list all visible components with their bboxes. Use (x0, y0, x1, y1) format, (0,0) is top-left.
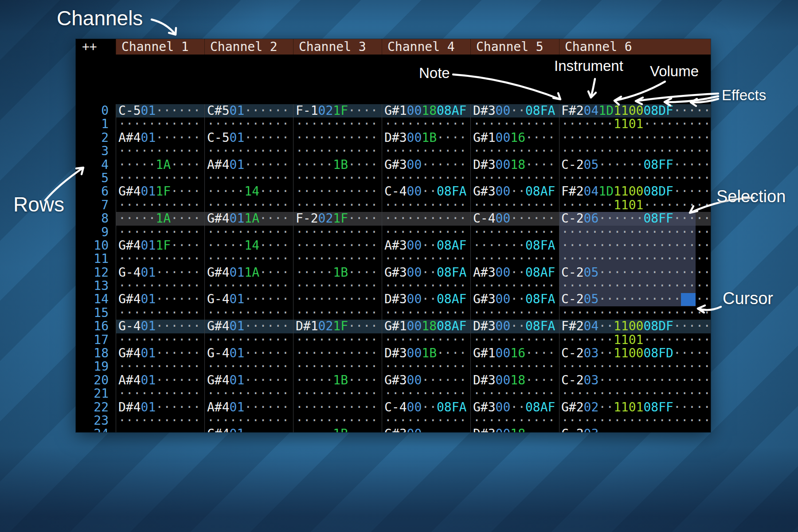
cell-r7-ch2[interactable]: ··········· (204, 199, 293, 212)
row-number-10[interactable]: 10 (76, 239, 116, 252)
channel-header-3[interactable]: Channel 3 (293, 39, 382, 55)
channel-header-1[interactable]: Channel 1 (116, 39, 204, 55)
cell-r15-ch2[interactable]: ··········· (204, 306, 293, 320)
row-number-20[interactable]: 20 (76, 374, 116, 387)
cell-r19-ch4[interactable]: ··········· (382, 360, 470, 373)
channel-header-6[interactable]: Channel 6 (559, 39, 711, 55)
cell-r18-ch5[interactable]: G#10016···· (470, 347, 559, 360)
cell-r10-ch4[interactable]: A#300··08AF (382, 239, 470, 252)
cell-r13-ch4[interactable]: ··········· (382, 279, 470, 293)
cell-r20-ch3[interactable]: ·····1B···· (293, 374, 382, 387)
cell-r13-ch2[interactable]: ··········· (204, 279, 293, 293)
cell-r14-ch5[interactable]: G#300··08FA (470, 293, 559, 306)
channel-header-5[interactable]: Channel 5 (470, 39, 559, 55)
cell-r17-ch1[interactable]: ··········· (116, 333, 204, 347)
row-number-14[interactable]: 14 (76, 293, 116, 306)
cell-r3-ch3[interactable]: ··········· (293, 145, 382, 158)
cell-r2-ch5[interactable]: G#10016···· (470, 131, 559, 145)
row-number-16[interactable]: 16 (76, 320, 116, 333)
cell-r15-ch1[interactable]: ··········· (116, 306, 204, 320)
cell-r21-ch2[interactable]: ··········· (204, 387, 293, 400)
cell-r17-ch5[interactable]: ··········· (470, 333, 559, 347)
cell-r23-ch3[interactable]: ··········· (293, 414, 382, 427)
cell-r22-ch6[interactable]: G#202··110108FF····· (559, 401, 711, 414)
cell-r12-ch3[interactable]: ·····1B···· (293, 266, 382, 279)
row-number-24[interactable]: 24 (76, 427, 116, 432)
cell-r1-ch2[interactable]: ··········· (204, 117, 293, 131)
cell-r2-ch3[interactable]: ··········· (293, 131, 382, 145)
cell-r7-ch6[interactable]: ·······1101········· (559, 199, 711, 212)
cell-r6-ch4[interactable]: C-400··08FA (382, 185, 470, 198)
cell-r14-ch2[interactable]: G-401······ (204, 293, 293, 306)
cell-r12-ch2[interactable]: G#4011A···· (204, 266, 293, 279)
cell-r6-ch6[interactable]: F#2041D110008DF····· (559, 185, 711, 198)
cell-r13-ch1[interactable]: ··········· (116, 279, 204, 293)
cell-r14-ch3[interactable]: ··········· (293, 293, 382, 306)
cell-r3-ch1[interactable]: ··········· (116, 145, 204, 158)
cell-r9-ch6[interactable]: ···················· (559, 226, 711, 239)
cell-r16-ch6[interactable]: F#204··110008DF····· (559, 320, 711, 333)
cell-r6-ch3[interactable]: ··········· (293, 185, 382, 198)
cell-r8-ch4[interactable]: ··········· (382, 212, 470, 225)
cell-r8-ch3[interactable]: F-2021F···· (293, 212, 382, 225)
cell-r23-ch4[interactable]: ··········· (382, 414, 470, 427)
cursor[interactable] (681, 293, 696, 305)
cell-r8-ch6[interactable]: C-206······08FF····· (559, 212, 711, 225)
cell-r19-ch6[interactable]: ···················· (559, 360, 711, 373)
cell-r24-ch6[interactable]: C-203··············· (559, 427, 711, 432)
cell-r22-ch2[interactable]: A#401······ (204, 401, 293, 414)
cell-r5-ch6[interactable]: ···················· (559, 172, 711, 185)
row-number-3[interactable]: 3 (76, 145, 116, 158)
cell-r24-ch5[interactable]: D#30018···· (470, 427, 559, 432)
row-number-19[interactable]: 19 (76, 360, 116, 373)
cell-r19-ch5[interactable]: ··········· (470, 360, 559, 373)
cell-r11-ch2[interactable]: ··········· (204, 252, 293, 266)
cell-r12-ch4[interactable]: G#300··08FA (382, 266, 470, 279)
cell-r1-ch3[interactable]: ··········· (293, 117, 382, 131)
channel-header-4[interactable]: Channel 4 (382, 39, 470, 55)
cell-r4-ch1[interactable]: ·····1A···· (116, 158, 204, 172)
cell-r5-ch5[interactable]: ··········· (470, 172, 559, 185)
cell-r22-ch5[interactable]: G#300··08AF (470, 401, 559, 414)
cell-r1-ch5[interactable]: ··········· (470, 117, 559, 131)
cell-r11-ch3[interactable]: ··········· (293, 252, 382, 266)
row-number-2[interactable]: 2 (76, 131, 116, 145)
row-number-0[interactable]: 0 (76, 104, 116, 117)
cell-r4-ch3[interactable]: ·····1B···· (293, 158, 382, 172)
cell-r18-ch6[interactable]: C-203··110008FD····· (559, 347, 711, 360)
cell-r13-ch6[interactable]: ···················· (559, 279, 711, 293)
row-number-4[interactable]: 4 (76, 158, 116, 172)
cell-r22-ch1[interactable]: D#401······ (116, 401, 204, 414)
cell-r8-ch2[interactable]: G#4011A···· (204, 212, 293, 225)
cell-r11-ch6[interactable]: ···················· (559, 252, 711, 266)
row-number-18[interactable]: 18 (76, 347, 116, 360)
row-number-7[interactable]: 7 (76, 199, 116, 212)
cell-r20-ch4[interactable]: G#300······ (382, 374, 470, 387)
cell-r15-ch5[interactable]: ··········· (470, 306, 559, 320)
cell-r16-ch1[interactable]: G-401······ (116, 320, 204, 333)
cell-r20-ch6[interactable]: C-203··············· (559, 374, 711, 387)
cell-r23-ch6[interactable]: ···················· (559, 414, 711, 427)
cell-r21-ch5[interactable]: ··········· (470, 387, 559, 400)
cell-r3-ch2[interactable]: ··········· (204, 145, 293, 158)
cell-r18-ch1[interactable]: G#401······ (116, 347, 204, 360)
cell-r7-ch3[interactable]: ··········· (293, 199, 382, 212)
cell-r17-ch2[interactable]: ··········· (204, 333, 293, 347)
cell-r23-ch2[interactable]: ··········· (204, 414, 293, 427)
cell-r16-ch2[interactable]: G#401······ (204, 320, 293, 333)
row-number-12[interactable]: 12 (76, 266, 116, 279)
cell-r0-ch2[interactable]: C#501······ (204, 104, 293, 117)
cell-r22-ch3[interactable]: ··········· (293, 401, 382, 414)
cell-r21-ch3[interactable]: ··········· (293, 387, 382, 400)
row-number-23[interactable]: 23 (76, 414, 116, 427)
cell-r0-ch4[interactable]: G#1001808AF (382, 104, 470, 117)
cell-r9-ch4[interactable]: ··········· (382, 226, 470, 239)
cell-r0-ch5[interactable]: D#300··08FA (470, 104, 559, 117)
cell-r0-ch1[interactable]: C-501······ (116, 104, 204, 117)
cell-r19-ch1[interactable]: ··········· (116, 360, 204, 373)
cell-r17-ch4[interactable]: ··········· (382, 333, 470, 347)
cell-r20-ch5[interactable]: D#30018···· (470, 374, 559, 387)
cell-r8-ch1[interactable]: ·····1A···· (116, 212, 204, 225)
cell-r19-ch2[interactable]: ··········· (204, 360, 293, 373)
cell-r3-ch6[interactable]: ···················· (559, 145, 711, 158)
